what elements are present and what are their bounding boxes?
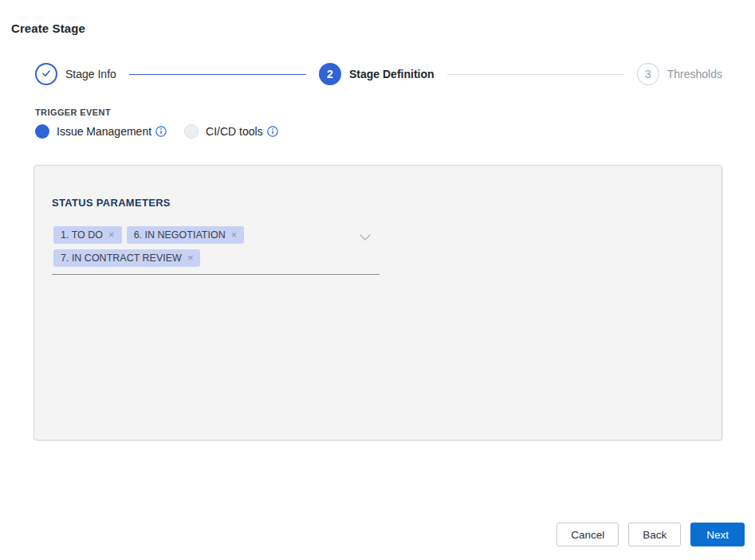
info-icon[interactable] bbox=[155, 126, 167, 137]
check-icon bbox=[41, 68, 52, 81]
status-parameters-label: STATUS PARAMETERS bbox=[52, 197, 171, 209]
chip-list: 1. TO DO × 6. IN NEGOTIATION × 7. IN CON… bbox=[53, 226, 352, 267]
remove-icon[interactable]: × bbox=[187, 252, 194, 264]
stepper: Stage Info 2 Stage Definition 3 Threshol… bbox=[35, 63, 722, 85]
footer-actions: Cancel Back Next bbox=[556, 523, 745, 546]
stepper-connector-done bbox=[129, 74, 306, 75]
chevron-down-icon[interactable] bbox=[359, 230, 372, 245]
trigger-event-label: TRIGGER EVENT bbox=[35, 108, 278, 117]
radio-unselected-icon[interactable] bbox=[184, 124, 199, 139]
step-label: Stage Definition bbox=[349, 68, 435, 80]
radio-cicd-tools[interactable]: CI/CD tools bbox=[184, 124, 278, 139]
step-number-circle: 3 bbox=[637, 63, 659, 85]
radio-label: Issue Management bbox=[57, 125, 151, 138]
stepper-step-stage-info[interactable]: Stage Info bbox=[35, 63, 116, 85]
radio-label: CI/CD tools bbox=[206, 125, 263, 138]
stepper-step-stage-definition[interactable]: 2 Stage Definition bbox=[319, 63, 435, 85]
chip-label: 1. TO DO bbox=[61, 229, 103, 241]
page-title: Create Stage bbox=[11, 22, 85, 35]
radio-issue-management[interactable]: Issue Management bbox=[35, 124, 167, 139]
next-button[interactable]: Next bbox=[690, 523, 745, 546]
stepper-connector-todo bbox=[447, 74, 624, 75]
back-button[interactable]: Back bbox=[628, 523, 681, 546]
step-completed-circle bbox=[35, 63, 57, 85]
status-multiselect-field[interactable]: 1. TO DO × 6. IN NEGOTIATION × 7. IN CON… bbox=[52, 223, 379, 275]
trigger-event-section: TRIGGER EVENT Issue Management CI/CD too… bbox=[35, 108, 278, 139]
step-label: Thresholds bbox=[667, 68, 722, 80]
status-parameters-panel: STATUS PARAMETERS 1. TO DO × 6. IN NEGOT… bbox=[33, 165, 722, 441]
status-chip[interactable]: 6. IN NEGOTIATION × bbox=[127, 226, 245, 244]
radio-selected-icon[interactable] bbox=[35, 124, 49, 139]
status-chip[interactable]: 1. TO DO × bbox=[53, 226, 122, 244]
step-label: Stage Info bbox=[65, 68, 116, 80]
step-number-circle: 2 bbox=[319, 63, 341, 85]
cancel-button[interactable]: Cancel bbox=[556, 523, 619, 546]
status-chip[interactable]: 7. IN CONTRACT REVIEW × bbox=[53, 249, 200, 267]
chip-label: 7. IN CONTRACT REVIEW bbox=[61, 253, 182, 264]
stepper-step-thresholds[interactable]: 3 Thresholds bbox=[637, 63, 722, 85]
remove-icon[interactable]: × bbox=[108, 229, 115, 241]
remove-icon[interactable]: × bbox=[231, 229, 238, 241]
chip-label: 6. IN NEGOTIATION bbox=[134, 229, 226, 241]
info-icon[interactable] bbox=[267, 126, 278, 137]
